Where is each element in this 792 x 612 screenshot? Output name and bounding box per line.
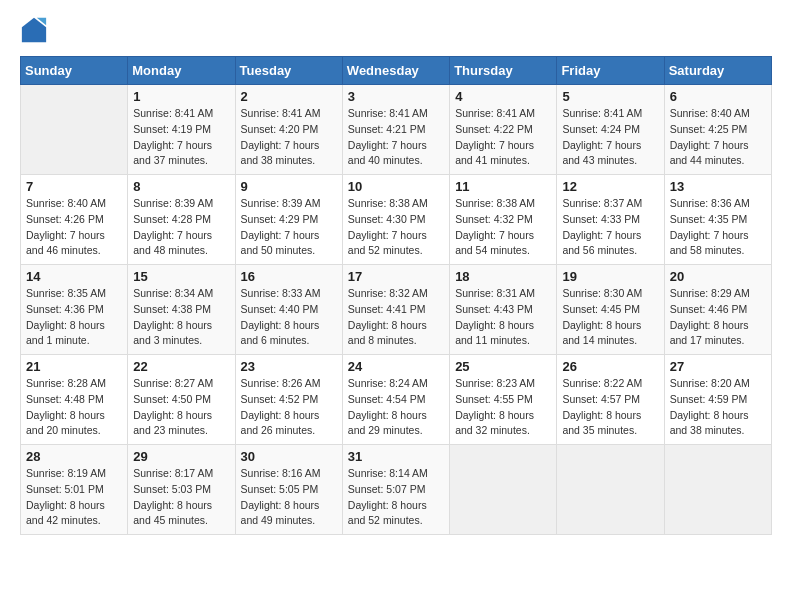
day-info: Sunrise: 8:20 AMSunset: 4:59 PMDaylight:… [670,376,766,439]
day-number: 26 [562,359,658,374]
calendar-cell: 2Sunrise: 8:41 AMSunset: 4:20 PMDaylight… [235,85,342,175]
logo-icon [20,16,48,44]
day-number: 29 [133,449,229,464]
day-number: 13 [670,179,766,194]
day-info: Sunrise: 8:24 AMSunset: 4:54 PMDaylight:… [348,376,444,439]
day-info: Sunrise: 8:29 AMSunset: 4:46 PMDaylight:… [670,286,766,349]
day-info: Sunrise: 8:37 AMSunset: 4:33 PMDaylight:… [562,196,658,259]
day-info: Sunrise: 8:41 AMSunset: 4:22 PMDaylight:… [455,106,551,169]
day-number: 7 [26,179,122,194]
day-info: Sunrise: 8:36 AMSunset: 4:35 PMDaylight:… [670,196,766,259]
day-info: Sunrise: 8:33 AMSunset: 4:40 PMDaylight:… [241,286,337,349]
day-info: Sunrise: 8:39 AMSunset: 4:29 PMDaylight:… [241,196,337,259]
day-info: Sunrise: 8:41 AMSunset: 4:24 PMDaylight:… [562,106,658,169]
day-info: Sunrise: 8:23 AMSunset: 4:55 PMDaylight:… [455,376,551,439]
calendar-cell: 16Sunrise: 8:33 AMSunset: 4:40 PMDayligh… [235,265,342,355]
day-number: 10 [348,179,444,194]
day-info: Sunrise: 8:32 AMSunset: 4:41 PMDaylight:… [348,286,444,349]
day-info: Sunrise: 8:38 AMSunset: 4:30 PMDaylight:… [348,196,444,259]
day-number: 21 [26,359,122,374]
header-saturday: Saturday [664,57,771,85]
calendar-cell: 6Sunrise: 8:40 AMSunset: 4:25 PMDaylight… [664,85,771,175]
day-number: 2 [241,89,337,104]
day-number: 15 [133,269,229,284]
logo [20,16,52,44]
day-info: Sunrise: 8:30 AMSunset: 4:45 PMDaylight:… [562,286,658,349]
day-number: 5 [562,89,658,104]
day-info: Sunrise: 8:41 AMSunset: 4:21 PMDaylight:… [348,106,444,169]
day-info: Sunrise: 8:35 AMSunset: 4:36 PMDaylight:… [26,286,122,349]
day-number: 9 [241,179,337,194]
day-number: 16 [241,269,337,284]
day-number: 20 [670,269,766,284]
day-number: 12 [562,179,658,194]
day-info: Sunrise: 8:41 AMSunset: 4:20 PMDaylight:… [241,106,337,169]
calendar-cell: 27Sunrise: 8:20 AMSunset: 4:59 PMDayligh… [664,355,771,445]
day-number: 23 [241,359,337,374]
header-row: SundayMondayTuesdayWednesdayThursdayFrid… [21,57,772,85]
header-thursday: Thursday [450,57,557,85]
calendar-cell: 22Sunrise: 8:27 AMSunset: 4:50 PMDayligh… [128,355,235,445]
day-number: 28 [26,449,122,464]
day-info: Sunrise: 8:14 AMSunset: 5:07 PMDaylight:… [348,466,444,529]
calendar-cell: 4Sunrise: 8:41 AMSunset: 4:22 PMDaylight… [450,85,557,175]
day-number: 18 [455,269,551,284]
calendar-cell: 18Sunrise: 8:31 AMSunset: 4:43 PMDayligh… [450,265,557,355]
header-wednesday: Wednesday [342,57,449,85]
calendar-cell: 7Sunrise: 8:40 AMSunset: 4:26 PMDaylight… [21,175,128,265]
calendar-week-5: 28Sunrise: 8:19 AMSunset: 5:01 PMDayligh… [21,445,772,535]
day-info: Sunrise: 8:19 AMSunset: 5:01 PMDaylight:… [26,466,122,529]
calendar-cell: 11Sunrise: 8:38 AMSunset: 4:32 PMDayligh… [450,175,557,265]
calendar-cell: 25Sunrise: 8:23 AMSunset: 4:55 PMDayligh… [450,355,557,445]
day-info: Sunrise: 8:31 AMSunset: 4:43 PMDaylight:… [455,286,551,349]
calendar-cell: 20Sunrise: 8:29 AMSunset: 4:46 PMDayligh… [664,265,771,355]
header-friday: Friday [557,57,664,85]
day-number: 14 [26,269,122,284]
day-number: 3 [348,89,444,104]
calendar-week-4: 21Sunrise: 8:28 AMSunset: 4:48 PMDayligh… [21,355,772,445]
header-tuesday: Tuesday [235,57,342,85]
day-number: 8 [133,179,229,194]
day-info: Sunrise: 8:16 AMSunset: 5:05 PMDaylight:… [241,466,337,529]
day-number: 27 [670,359,766,374]
calendar-week-2: 7Sunrise: 8:40 AMSunset: 4:26 PMDaylight… [21,175,772,265]
calendar-cell [450,445,557,535]
calendar-cell: 23Sunrise: 8:26 AMSunset: 4:52 PMDayligh… [235,355,342,445]
day-info: Sunrise: 8:41 AMSunset: 4:19 PMDaylight:… [133,106,229,169]
calendar-table: SundayMondayTuesdayWednesdayThursdayFrid… [20,56,772,535]
calendar-cell: 17Sunrise: 8:32 AMSunset: 4:41 PMDayligh… [342,265,449,355]
calendar-cell: 26Sunrise: 8:22 AMSunset: 4:57 PMDayligh… [557,355,664,445]
calendar-cell: 8Sunrise: 8:39 AMSunset: 4:28 PMDaylight… [128,175,235,265]
header-monday: Monday [128,57,235,85]
calendar-cell: 5Sunrise: 8:41 AMSunset: 4:24 PMDaylight… [557,85,664,175]
calendar-cell: 15Sunrise: 8:34 AMSunset: 4:38 PMDayligh… [128,265,235,355]
day-info: Sunrise: 8:34 AMSunset: 4:38 PMDaylight:… [133,286,229,349]
calendar-cell: 10Sunrise: 8:38 AMSunset: 4:30 PMDayligh… [342,175,449,265]
calendar-cell [557,445,664,535]
day-info: Sunrise: 8:22 AMSunset: 4:57 PMDaylight:… [562,376,658,439]
day-number: 25 [455,359,551,374]
day-info: Sunrise: 8:40 AMSunset: 4:26 PMDaylight:… [26,196,122,259]
day-number: 1 [133,89,229,104]
day-info: Sunrise: 8:26 AMSunset: 4:52 PMDaylight:… [241,376,337,439]
day-number: 11 [455,179,551,194]
day-number: 31 [348,449,444,464]
calendar-week-1: 1Sunrise: 8:41 AMSunset: 4:19 PMDaylight… [21,85,772,175]
day-number: 4 [455,89,551,104]
calendar-cell [664,445,771,535]
day-info: Sunrise: 8:38 AMSunset: 4:32 PMDaylight:… [455,196,551,259]
calendar-cell: 24Sunrise: 8:24 AMSunset: 4:54 PMDayligh… [342,355,449,445]
calendar-cell: 13Sunrise: 8:36 AMSunset: 4:35 PMDayligh… [664,175,771,265]
day-info: Sunrise: 8:27 AMSunset: 4:50 PMDaylight:… [133,376,229,439]
calendar-cell: 28Sunrise: 8:19 AMSunset: 5:01 PMDayligh… [21,445,128,535]
day-number: 30 [241,449,337,464]
calendar-cell: 31Sunrise: 8:14 AMSunset: 5:07 PMDayligh… [342,445,449,535]
day-info: Sunrise: 8:39 AMSunset: 4:28 PMDaylight:… [133,196,229,259]
header-sunday: Sunday [21,57,128,85]
calendar-cell [21,85,128,175]
day-info: Sunrise: 8:40 AMSunset: 4:25 PMDaylight:… [670,106,766,169]
day-number: 22 [133,359,229,374]
day-info: Sunrise: 8:28 AMSunset: 4:48 PMDaylight:… [26,376,122,439]
calendar-cell: 12Sunrise: 8:37 AMSunset: 4:33 PMDayligh… [557,175,664,265]
day-number: 6 [670,89,766,104]
